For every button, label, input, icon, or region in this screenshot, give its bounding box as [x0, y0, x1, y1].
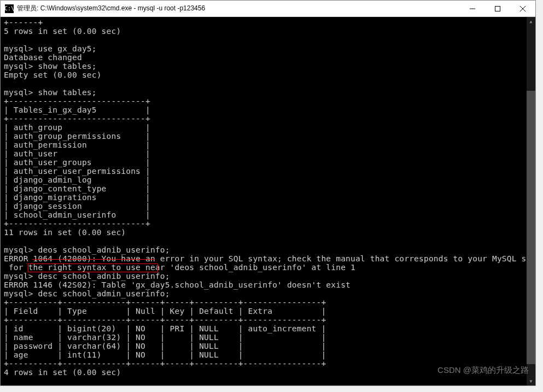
- terminal-output[interactable]: +------+ 5 rows in set (0.00 sec) mysql>…: [1, 17, 535, 385]
- scroll-up-arrow[interactable]: ▲: [527, 17, 535, 26]
- vertical-scrollbar[interactable]: ▲ ▼: [527, 17, 535, 385]
- cmd-icon: C:\: [5, 4, 14, 13]
- window-controls: [460, 1, 535, 16]
- close-button[interactable]: [510, 1, 535, 16]
- window-title: 管理员: C:\Windows\system32\cmd.exe - mysql…: [17, 4, 460, 13]
- maximize-button[interactable]: [485, 1, 510, 16]
- titlebar[interactable]: C:\ 管理员: C:\Windows\system32\cmd.exe - m…: [1, 1, 535, 17]
- cmd-window: C:\ 管理员: C:\Windows\system32\cmd.exe - m…: [0, 0, 536, 386]
- scrollbar-thumb[interactable]: [527, 91, 535, 364]
- scroll-down-arrow[interactable]: ▼: [527, 377, 535, 385]
- svg-rect-1: [495, 6, 500, 11]
- minimize-button[interactable]: [460, 1, 485, 16]
